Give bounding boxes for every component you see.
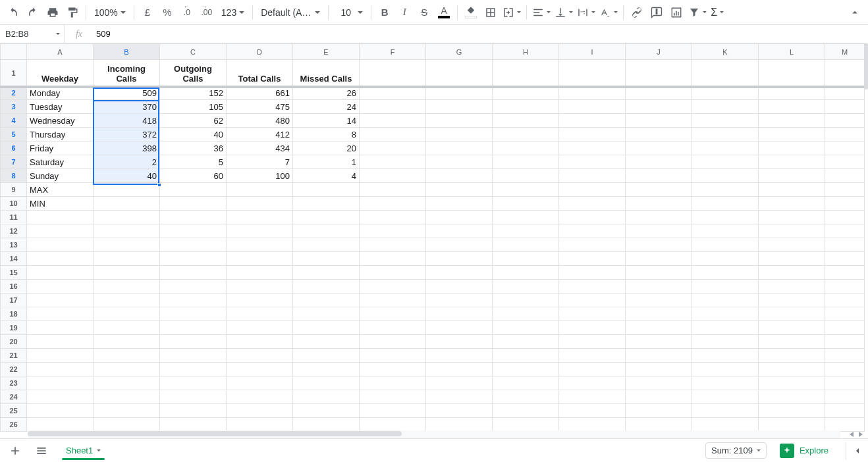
cell-I16[interactable] xyxy=(559,280,626,294)
cell-M3[interactable] xyxy=(825,100,865,114)
cell-J18[interactable] xyxy=(626,307,692,321)
cell-A26[interactable] xyxy=(27,418,94,432)
cell-I18[interactable] xyxy=(559,307,626,321)
explore-button[interactable]: Explore xyxy=(773,441,835,461)
cell-E14[interactable] xyxy=(293,252,360,266)
row-header-25[interactable]: 25 xyxy=(1,404,27,418)
bold-button[interactable]: B xyxy=(375,3,394,22)
cell-M13[interactable] xyxy=(825,238,865,252)
cell-I6[interactable] xyxy=(559,141,626,155)
cell-H7[interactable] xyxy=(493,155,559,169)
cell-E13[interactable] xyxy=(293,238,360,252)
cell-E7[interactable]: 1 xyxy=(293,155,360,169)
cell-C13[interactable] xyxy=(160,238,227,252)
row-header-12[interactable]: 12 xyxy=(1,224,27,238)
cell-A14[interactable] xyxy=(27,252,94,266)
cell-A23[interactable] xyxy=(27,376,94,390)
column-header-M[interactable]: M xyxy=(825,44,865,60)
column-header-D[interactable]: D xyxy=(227,44,293,60)
cell-J9[interactable] xyxy=(626,183,692,197)
cell-I9[interactable] xyxy=(559,183,626,197)
cell-M12[interactable] xyxy=(825,224,865,238)
cell-J15[interactable] xyxy=(626,266,692,280)
row-header-20[interactable]: 20 xyxy=(1,335,27,349)
cell-E8[interactable]: 4 xyxy=(293,169,360,183)
cell-B12[interactable] xyxy=(94,224,160,238)
cell-C17[interactable] xyxy=(160,294,227,307)
cell-J20[interactable] xyxy=(626,335,692,349)
filter-dropdown[interactable] xyxy=(687,3,708,22)
cell-I8[interactable] xyxy=(559,169,626,183)
cell-L21[interactable] xyxy=(759,349,825,363)
vertical-scroll-indicator[interactable] xyxy=(864,43,868,90)
cell-B18[interactable] xyxy=(94,307,160,321)
strikethrough-button[interactable]: S xyxy=(415,3,433,22)
cell-E3[interactable]: 24 xyxy=(293,100,360,114)
cell-G25[interactable] xyxy=(426,404,493,418)
cell-M4[interactable] xyxy=(825,114,865,128)
cell-E25[interactable] xyxy=(293,404,360,418)
cell-H13[interactable] xyxy=(493,238,559,252)
cell-K22[interactable] xyxy=(692,363,759,376)
cell-G16[interactable] xyxy=(426,280,493,294)
cell-E10[interactable] xyxy=(293,197,360,211)
cell-D12[interactable] xyxy=(227,224,293,238)
cell-F4[interactable] xyxy=(360,114,426,128)
cell-F3[interactable] xyxy=(360,100,426,114)
cell-C21[interactable] xyxy=(160,349,227,363)
hide-side-panel-button[interactable] xyxy=(846,442,863,459)
cell-H18[interactable] xyxy=(493,307,559,321)
cell-B5[interactable]: 372 xyxy=(94,128,160,141)
cell-E24[interactable] xyxy=(293,390,360,404)
cell-K21[interactable] xyxy=(692,349,759,363)
cell-C12[interactable] xyxy=(160,224,227,238)
cell-F24[interactable] xyxy=(360,390,426,404)
cell-J21[interactable] xyxy=(626,349,692,363)
cell-K23[interactable] xyxy=(692,376,759,390)
cell-B8[interactable]: 40 xyxy=(94,169,160,183)
cell-L19[interactable] xyxy=(759,321,825,335)
cell-C10[interactable] xyxy=(160,197,227,211)
scroll-left-icon[interactable] xyxy=(850,432,854,437)
font-size-dropdown[interactable]: 10 xyxy=(333,3,367,22)
cell-J1[interactable] xyxy=(626,60,692,86)
cell-L10[interactable] xyxy=(759,197,825,211)
cell-M1[interactable] xyxy=(825,60,865,86)
row-header-11[interactable]: 11 xyxy=(1,211,27,224)
cell-J26[interactable] xyxy=(626,418,692,432)
cell-K12[interactable] xyxy=(692,224,759,238)
cell-H10[interactable] xyxy=(493,197,559,211)
cell-M21[interactable] xyxy=(825,349,865,363)
cell-C1[interactable]: OutgoingCalls xyxy=(160,60,227,86)
cell-I4[interactable] xyxy=(559,114,626,128)
format-currency-button[interactable]: £ xyxy=(138,3,157,22)
cell-F16[interactable] xyxy=(360,280,426,294)
cell-D4[interactable]: 480 xyxy=(227,114,293,128)
cell-K1[interactable] xyxy=(692,60,759,86)
cell-J12[interactable] xyxy=(626,224,692,238)
select-all-corner[interactable] xyxy=(1,44,27,60)
row-header-4[interactable]: 4 xyxy=(1,114,27,128)
cell-G21[interactable] xyxy=(426,349,493,363)
cell-I13[interactable] xyxy=(559,238,626,252)
cell-B11[interactable] xyxy=(94,211,160,224)
cell-E22[interactable] xyxy=(293,363,360,376)
cell-I15[interactable] xyxy=(559,266,626,280)
cell-J24[interactable] xyxy=(626,390,692,404)
cell-K15[interactable] xyxy=(692,266,759,280)
row-header-1[interactable]: 1 xyxy=(1,60,27,86)
name-box[interactable]: B2:B8 xyxy=(0,25,65,43)
cell-I2[interactable] xyxy=(559,86,626,100)
row-header-3[interactable]: 3 xyxy=(1,100,27,114)
cell-C4[interactable]: 62 xyxy=(160,114,227,128)
increase-decimal-button[interactable]: .00→ xyxy=(198,3,216,22)
cell-C22[interactable] xyxy=(160,363,227,376)
cell-J2[interactable] xyxy=(626,86,692,100)
row-header-2[interactable]: 2 xyxy=(1,86,27,100)
cell-F17[interactable] xyxy=(360,294,426,307)
cell-B17[interactable] xyxy=(94,294,160,307)
cell-J19[interactable] xyxy=(626,321,692,335)
cell-I20[interactable] xyxy=(559,335,626,349)
cell-H4[interactable] xyxy=(493,114,559,128)
print-button[interactable] xyxy=(43,3,62,22)
